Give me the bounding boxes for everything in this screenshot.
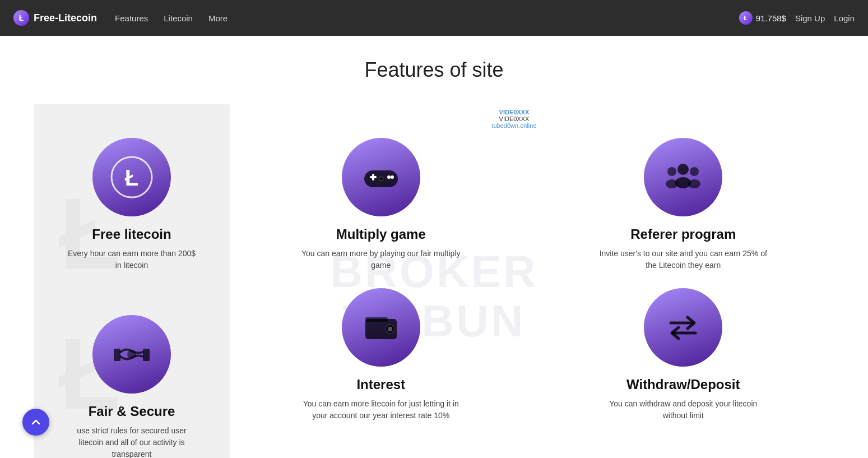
brand-name: Free-Litecoin [34, 12, 97, 24]
navbar-left: Ł Free-Litecoin Features Litecoin More [13, 10, 228, 26]
interest-icon-circle [342, 288, 420, 367]
svg-rect-5 [143, 349, 150, 361]
nav-litecoin[interactable]: Litecoin [164, 13, 193, 23]
feature-multiply-game: Multiply game You can earn more by playi… [230, 104, 532, 277]
ltc-price-icon: Ł [739, 11, 753, 25]
feature-interest: Interest You can earn more litecoin for … [230, 277, 532, 427]
brand-icon: Ł [13, 10, 29, 26]
right-features-grid: VIDE0XXX VIDE0XXX tubed0wn.online [230, 104, 834, 427]
features-grid: Ł Ł Ł Free litecoin Every hour can earn … [34, 104, 834, 458]
svg-point-16 [666, 179, 678, 188]
svg-point-13 [677, 164, 689, 175]
svg-rect-9 [372, 174, 374, 181]
handshake-icon [109, 332, 154, 377]
page-title: Features of site [34, 58, 834, 82]
free-litecoin-desc: Every hour can earn more than 200$ in li… [67, 248, 196, 271]
withdraw-deposit-icon-circle [644, 288, 722, 367]
multiply-game-title: Multiply game [336, 226, 426, 242]
price-badge: Ł 91.758$ [739, 11, 786, 25]
fair-secure-title: Fair & Secure [89, 404, 175, 419]
feature-free-litecoin: Ł Free litecoin Every hour can earn more… [50, 127, 213, 277]
users-icon [661, 155, 705, 200]
price-value: 91.758$ [756, 13, 786, 23]
gamepad-icon [359, 155, 403, 200]
multiply-game-icon-circle [342, 138, 420, 216]
login-button[interactable]: Login [834, 13, 855, 23]
signup-button[interactable]: Sign Up [795, 13, 825, 23]
referer-program-title: Referer program [630, 226, 736, 242]
svg-point-12 [379, 177, 383, 181]
nav-links: Features Litecoin More [115, 13, 228, 23]
wallet-icon [359, 305, 403, 350]
ltc-coin-icon: Ł [109, 155, 154, 200]
svg-point-22 [388, 327, 392, 331]
svg-point-10 [387, 175, 391, 179]
chevron-up-icon [30, 417, 41, 428]
referer-program-desc: Invite user's to our site and you can ea… [599, 248, 767, 271]
free-litecoin-title: Free litecoin [92, 226, 171, 242]
navbar-right: Ł 91.758$ Sign Up Login [739, 11, 855, 25]
svg-point-6 [127, 350, 136, 359]
svg-rect-20 [365, 317, 388, 322]
left-panel: Ł Ł Ł Free litecoin Every hour can earn … [34, 104, 230, 458]
feature-referer-program: Referer program Invite user's to our sit… [532, 104, 835, 277]
nav-features[interactable]: Features [115, 13, 148, 23]
withdraw-deposit-desc: You can withdraw and deposit your liteco… [599, 398, 767, 422]
main-content: Features of site BROKER TRIBUN Ł Ł [0, 36, 868, 458]
interest-desc: You can earn more litecoin for just lett… [297, 398, 465, 422]
svg-point-15 [667, 167, 676, 176]
svg-point-17 [690, 167, 699, 176]
brand[interactable]: Ł Free-Litecoin [13, 10, 97, 26]
svg-rect-4 [114, 349, 120, 361]
withdraw-deposit-title: Withdraw/Deposit [626, 377, 740, 392]
svg-text:Ł: Ł [125, 165, 138, 190]
svg-point-18 [688, 179, 700, 188]
nav-more[interactable]: More [208, 13, 228, 23]
fair-secure-desc: use strict rules for secured user liteco… [67, 425, 196, 458]
transfer-icon [661, 305, 705, 350]
free-litecoin-icon-circle: Ł [92, 138, 171, 216]
multiply-game-desc: You can earn more by playing our fair mu… [297, 248, 465, 271]
feature-fair-secure: Fair & Secure use strict rules for secur… [50, 304, 213, 458]
feature-withdraw-deposit: Withdraw/Deposit You can withdraw and de… [532, 277, 835, 427]
interest-title: Interest [356, 377, 405, 392]
svg-point-11 [391, 175, 394, 179]
scroll-to-top-button[interactable] [22, 409, 49, 436]
referer-program-icon-circle [644, 138, 722, 216]
fair-secure-icon-circle [92, 315, 171, 394]
navbar: Ł Free-Litecoin Features Litecoin More Ł… [0, 0, 868, 36]
